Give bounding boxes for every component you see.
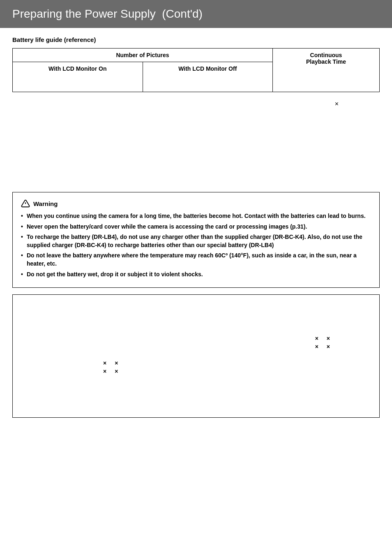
lcd-off-value — [143, 75, 273, 92]
spacer — [12, 110, 380, 192]
cross-pair-4: × × — [103, 368, 118, 375]
bottom-box: × × × × × × × × — [12, 294, 380, 418]
section-title: Battery life guide (reference) — [12, 36, 380, 43]
warning-item: Do not get the battery wet, drop it or s… — [21, 271, 371, 279]
battery-table: Number of Pictures With LCD Monitor On W… — [12, 48, 380, 92]
warning-item: When you continue using the camera for a… — [21, 212, 371, 220]
continuous-playback-header: Continuous Playback Time — [273, 49, 379, 68]
cross-pair-3: × × — [103, 360, 118, 366]
cross-cluster-left: × × × × — [103, 360, 118, 376]
lcd-off-header: With LCD Monitor Off — [143, 62, 273, 75]
warning-item: To recharge the battery (DR-LB4), do not… — [21, 233, 371, 249]
page-header: Preparing the Power Supply (Cont'd) — [0, 0, 392, 28]
cross-cluster-right: × × × × — [315, 335, 330, 352]
lcd-data-row — [13, 75, 272, 92]
continuous-data — [273, 68, 379, 85]
num-pictures-header: Number of Pictures — [13, 49, 272, 62]
lcd-sub-headers: With LCD Monitor On With LCD Monitor Off — [13, 62, 272, 75]
cross-pair-2: × × — [315, 343, 330, 350]
battery-table-wrapper: Number of Pictures With LCD Monitor On W… — [12, 48, 380, 92]
continuous-playback-cell: Continuous Playback Time — [273, 49, 380, 92]
warning-title: Warning — [21, 199, 371, 208]
main-content: Battery life guide (reference) Number of… — [0, 36, 392, 418]
cross-symbol-top: × — [12, 100, 380, 108]
warning-box: Warning When you continue using the came… — [12, 192, 380, 288]
warning-item: Do not leave the battery anywhere where … — [21, 252, 371, 268]
warning-icon — [21, 199, 30, 208]
page-title: Preparing the Power Supply (Cont'd) — [12, 7, 380, 21]
warning-item: Never open the battery/card cover while … — [21, 223, 371, 231]
warning-list: When you continue using the camera for a… — [21, 212, 371, 278]
lcd-on-value — [13, 75, 143, 92]
lcd-on-header: With LCD Monitor On — [13, 62, 143, 75]
cross-pair-1: × × — [315, 335, 330, 342]
